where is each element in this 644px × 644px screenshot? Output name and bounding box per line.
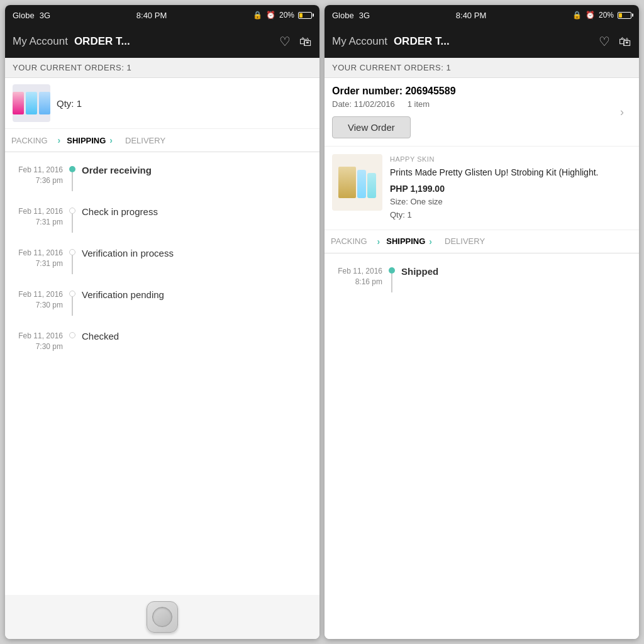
left-order-t-label: ORDER T...	[74, 35, 130, 48]
right-status-bar: Globe 3G 8:40 PM 🔒 ⏰ 20%	[325, 5, 639, 25]
order-items: 1 item	[408, 99, 430, 109]
product-book-image	[338, 167, 356, 198]
right-step-delivery[interactable]: DELIVERY	[438, 236, 491, 246]
order-product-section: HAPPY SKIN Prints Made Pretty Glisten Up…	[325, 147, 639, 230]
timeline-item: Feb 11, 2016 7:36 pm Order receiving	[5, 157, 319, 199]
left-step-shipping[interactable]: SHIPPING ›	[60, 135, 119, 145]
timeline-date-1: Feb 11, 2016 7:36 pm	[13, 165, 63, 186]
left-orders-banner: YOUR CURRENT ORDERS: 1	[5, 58, 319, 78]
right-timeline-item: Feb 11, 2016 8:16 pm Shipped	[325, 258, 639, 300]
left-steps-bar: PACKING › SHIPPING › DELIVERY	[5, 129, 319, 152]
timeline-label-1: Order receiving	[82, 165, 152, 175]
right-orders-banner: YOUR CURRENT ORDERS: 1	[325, 58, 639, 78]
product-size: Size: One size	[390, 196, 598, 209]
view-order-button[interactable]: View Order	[332, 116, 411, 138]
right-lock-icon: 🔒	[572, 11, 582, 19]
product-qty: Qty: 1	[390, 209, 598, 222]
product-stick2-image	[367, 173, 376, 198]
timeline-date-4: Feb 11, 2016 7:30 pm	[13, 289, 63, 311]
right-timeline-date-1: Feb 11, 2016 8:16 pm	[332, 266, 382, 287]
right-battery-icon	[618, 12, 631, 19]
product-name: Prints Made Pretty Glisten Up! Strobing …	[390, 165, 598, 179]
right-timeline: Feb 11, 2016 8:16 pm Shipped	[325, 253, 639, 639]
right-battery-label: 20%	[599, 11, 614, 19]
timeline-item: Feb 11, 2016 7:30 pm Verification pendin…	[5, 282, 319, 323]
timeline-dot-5	[69, 332, 75, 338]
left-network: 3G	[40, 11, 50, 20]
right-product-info: HAPPY SKIN Prints Made Pretty Glisten Up…	[390, 154, 598, 222]
timeline-dot-2	[69, 208, 75, 214]
order-number: Order number: 206945589	[332, 86, 620, 97]
left-battery-label: 20%	[279, 11, 294, 19]
timeline-dot-4	[69, 291, 75, 297]
left-step-delivery[interactable]: DELIVERY	[119, 136, 172, 145]
timeline-item: Feb 11, 2016 7:31 pm Verification in pro…	[5, 240, 319, 282]
timeline-date-3: Feb 11, 2016 7:31 pm	[13, 248, 63, 269]
order-meta: Date: 11/02/2016 1 item	[332, 99, 620, 109]
timeline-dot-3	[69, 249, 75, 255]
left-home-button-container	[5, 595, 319, 639]
left-product-qty: Qty: 1	[57, 98, 82, 109]
timeline-item: Feb 11, 2016 7:31 pm Check in progress	[5, 199, 319, 240]
left-my-account-label: My Account	[13, 35, 68, 48]
left-battery-icon	[298, 12, 312, 19]
left-bag-icon[interactable]: 🛍	[299, 35, 312, 49]
left-heart-icon[interactable]: ♡	[279, 34, 291, 49]
right-order-t-label: ORDER T...	[394, 35, 450, 48]
left-timeline: Feb 11, 2016 7:36 pm Order receiving Feb…	[5, 152, 319, 595]
timeline-label-4: Verification pending	[82, 289, 164, 300]
product-price: PHP 1,199.00	[390, 182, 598, 196]
timeline-item: Feb 11, 2016 7:30 pm Checked	[5, 323, 319, 360]
order-detail-section: Order number: 206945589 Date: 11/02/2016…	[325, 78, 639, 147]
right-app-header: My Account ORDER T... ♡ 🛍	[325, 25, 639, 58]
order-date: Date: 11/02/2016	[332, 99, 395, 109]
right-step-shipping[interactable]: SHIPPING ›	[380, 236, 438, 247]
right-steps-bar: PACKING › SHIPPING › DELIVERY	[325, 230, 639, 253]
right-carrier: Globe	[332, 11, 354, 20]
right-my-account-label: My Account	[332, 35, 387, 48]
left-lock-icon: 🔒	[253, 11, 262, 19]
left-product-row: Qty: 1	[5, 78, 319, 129]
right-bag-icon[interactable]: 🛍	[619, 35, 631, 49]
right-time: 8:40 PM	[456, 11, 486, 20]
right-timeline-dot-1	[389, 267, 395, 274]
timeline-date-2: Feb 11, 2016 7:31 pm	[13, 206, 63, 228]
left-status-bar: Globe 3G 8:40 PM 🔒 ⏰ 20%	[5, 5, 319, 25]
order-chevron-right: ›	[620, 106, 624, 119]
timeline-dot-1	[69, 166, 75, 172]
product-brand: HAPPY SKIN	[390, 154, 598, 165]
right-step-packing[interactable]: PACKING	[325, 236, 374, 246]
home-button-inner	[152, 607, 172, 627]
product-stick1-image	[357, 170, 366, 198]
left-home-button[interactable]	[147, 601, 178, 633]
right-alarm-icon: ⏰	[586, 11, 595, 19]
right-product-image	[332, 154, 382, 211]
left-product-thumb	[13, 84, 50, 122]
left-time: 8:40 PM	[136, 11, 167, 20]
timeline-label-3: Verification in process	[82, 248, 174, 258]
left-alarm-icon: ⏰	[266, 11, 275, 19]
right-timeline-label-1: Shipped	[401, 266, 438, 277]
left-phone-panel: Globe 3G 8:40 PM 🔒 ⏰ 20% My Account ORDE…	[5, 5, 319, 639]
left-step-packing[interactable]: PACKING	[5, 136, 54, 145]
right-phone-panel: Globe 3G 8:40 PM 🔒 ⏰ 20% My Account ORDE…	[325, 5, 639, 639]
timeline-label-2: Check in progress	[82, 206, 158, 217]
left-app-header: My Account ORDER T... ♡ 🛍	[5, 25, 319, 58]
right-heart-icon[interactable]: ♡	[599, 34, 610, 49]
timeline-date-5: Feb 11, 2016 7:30 pm	[13, 331, 63, 352]
right-network: 3G	[359, 11, 370, 20]
left-carrier: Globe	[13, 11, 35, 20]
timeline-label-5: Checked	[82, 331, 119, 341]
